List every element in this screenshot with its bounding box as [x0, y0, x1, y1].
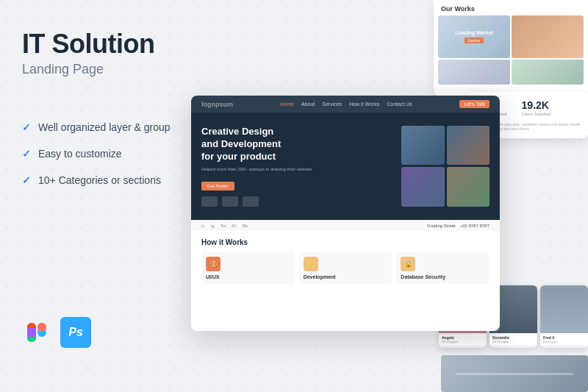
- stat-clients-number: 19.2K: [522, 99, 551, 111]
- footer-bar: Li Ig Tw Dr Be Grading Street +02 8787 8…: [191, 220, 500, 231]
- person-img-3: [540, 285, 588, 333]
- social-li: Li: [201, 224, 205, 228]
- footer-phone: +02 8787 8787: [460, 224, 490, 228]
- person-info-2: Donatello UX Designer: [490, 333, 537, 346]
- footer-social-links: Li Ig Tw Dr Be: [201, 224, 248, 228]
- feature-item-1: ✓ Well organized layer & group: [22, 121, 176, 133]
- hero-images: [401, 126, 490, 207]
- photoshop-icon: Ps: [60, 317, 91, 348]
- person-role-1: UX Designer: [442, 340, 484, 343]
- feature-text-3: 10+ Categories or sections: [38, 174, 161, 186]
- right-panel: Our Works Loading Market Explore logopsu…: [169, 0, 588, 392]
- how-card-icon-uiux: 🎨: [206, 257, 220, 271]
- our-works-card: Our Works Loading Market Explore: [434, 0, 588, 96]
- hero-subtitle: Helped more than 200+ startups in drawin…: [201, 167, 394, 171]
- stat-clients-label: Client Satisfied: [522, 112, 551, 116]
- how-card-label-dev: Development: [304, 274, 388, 279]
- browser-mockup: logopsum Home About Services How it Work…: [191, 96, 500, 331]
- footer-address: Grading Street: [427, 224, 456, 228]
- hero-img-3: [401, 167, 445, 206]
- how-cards: 🎨 UI/UX ⚡ Development 🔒 Database Securit…: [201, 252, 490, 284]
- hero-img-4: [447, 167, 490, 206]
- feature-text-1: Well organized layer & group: [38, 121, 171, 133]
- person-info-1: Angela UX Designer: [439, 333, 487, 346]
- nav-logo: logopsum: [201, 101, 233, 108]
- nav-link-services: Services: [322, 101, 342, 107]
- how-card-label-uiux: UI/UX: [206, 274, 290, 279]
- nav-links: Home About Services How it Works Contact…: [280, 101, 412, 107]
- brand-2: [222, 196, 238, 207]
- bottom-preview-strip: [441, 355, 588, 392]
- nav-cta: Let's Talk: [459, 100, 490, 108]
- browser-nav: logopsum Home About Services How it Work…: [191, 96, 500, 113]
- social-be: Be: [243, 224, 248, 228]
- feature-item-2: ✓ Easy to customize: [22, 148, 176, 160]
- features-list: ✓ Well organized layer & group ✓ Easy to…: [22, 121, 176, 186]
- social-ig: Ig: [211, 224, 215, 228]
- how-card-label-db: Database Security: [401, 274, 485, 279]
- hero-title: Creative Designand Developmentfor your p…: [201, 126, 394, 163]
- works-item-1: Loading Market: [455, 30, 493, 35]
- check-icon-2: ✓: [22, 148, 31, 160]
- our-works-title: Our Works: [434, 0, 588, 15]
- person-role-3: Developer: [543, 340, 585, 343]
- how-section: How it Works 🎨 UI/UX ⚡ Development �: [191, 231, 500, 291]
- check-icon-1: ✓: [22, 121, 31, 133]
- nav-link-contact: Contact Us: [387, 101, 412, 107]
- footer-contact: Grading Street +02 8787 8787: [427, 224, 490, 228]
- nav-link-home: Home: [280, 101, 294, 107]
- person-card-3: Fred A Developer: [540, 285, 588, 348]
- hero-img-2: [447, 126, 490, 165]
- hero-brands: [201, 196, 394, 207]
- tool-icons: Ps: [22, 317, 176, 348]
- check-icon-3: ✓: [22, 174, 31, 186]
- hero-cta-button: Get Poster: [201, 182, 234, 190]
- nav-link-how: How it Works: [349, 101, 379, 107]
- how-card-uiux: 🎨 UI/UX: [201, 252, 295, 284]
- hero-img-1: [401, 126, 445, 165]
- person-info-3: Fred A Developer: [540, 333, 588, 346]
- stat-clients: 19.2K Client Satisfied: [522, 99, 551, 116]
- how-card-db: 🔒 Database Security: [396, 252, 490, 284]
- how-card-dev: ⚡ Development: [299, 252, 392, 284]
- nav-link-about: About: [301, 101, 315, 107]
- sub-title: Landing Page: [22, 62, 176, 77]
- brand-1: [201, 196, 218, 207]
- svg-rect-9: [27, 328, 36, 337]
- person-role-2: UX Designer: [492, 340, 534, 343]
- brand-3: [243, 196, 259, 207]
- social-dr: Dr: [232, 224, 236, 228]
- main-title: IT Solution: [22, 29, 176, 59]
- how-card-icon-dev: ⚡: [304, 257, 318, 271]
- how-card-icon-db: 🔒: [401, 257, 415, 271]
- hero-section: Creative Designand Developmentfor your p…: [191, 113, 500, 220]
- feature-text-2: Easy to customize: [38, 148, 122, 160]
- how-title: How it Works: [201, 238, 490, 246]
- title-block: IT Solution Landing Page: [22, 29, 176, 77]
- feature-item-3: ✓ 10+ Categories or sections: [22, 174, 176, 186]
- hero-left: Creative Designand Developmentfor your p…: [201, 126, 394, 207]
- figma-icon: [22, 318, 51, 347]
- social-tw: Tw: [220, 224, 226, 228]
- svg-rect-7: [37, 323, 46, 332]
